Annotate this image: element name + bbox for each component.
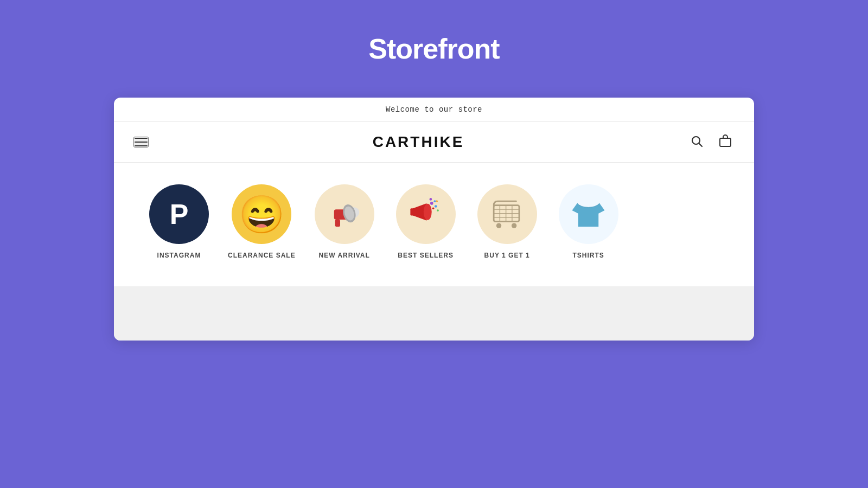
svg-rect-2 (720, 138, 731, 146)
page-title: Storefront (368, 33, 499, 65)
category-buy1get1[interactable]: BUY 1 GET 1 (475, 184, 540, 259)
navbar: CARTHIKE (114, 122, 754, 163)
categories-row: P INSTAGRAM 😄 CLEARANCE SALE (146, 184, 722, 259)
storefront-container: Welcome to our store CARTHIKE (114, 98, 754, 341)
welcome-bar: Welcome to our store (114, 98, 754, 122)
bag-button[interactable] (716, 132, 735, 152)
svg-rect-5 (335, 219, 340, 226)
svg-point-16 (436, 200, 438, 202)
hamburger-line-3 (135, 145, 148, 146)
category-label-clearance: CLEARANCE SALE (228, 252, 296, 259)
category-best-sellers[interactable]: BEST SELLERS (393, 184, 458, 259)
category-icon-tshirts (559, 184, 618, 244)
shopping-cart-icon (487, 194, 527, 235)
hamburger-line-1 (135, 138, 148, 139)
category-label-new-arrival: NEW ARRIVAL (319, 252, 370, 259)
tshirt-icon (568, 194, 609, 235)
svg-point-26 (512, 223, 516, 228)
search-button[interactable] (688, 132, 705, 152)
svg-point-13 (434, 200, 436, 202)
category-icon-clearance: 😄 (232, 184, 291, 244)
svg-point-10 (424, 203, 432, 220)
megaphone-icon (324, 194, 365, 235)
category-new-arrival[interactable]: NEW ARRIVAL (312, 184, 377, 259)
nav-icons (688, 132, 735, 152)
svg-point-12 (435, 205, 437, 208)
category-label-buy1get1: BUY 1 GET 1 (484, 252, 530, 259)
category-icon-best-sellers (396, 184, 456, 244)
svg-point-11 (430, 202, 433, 205)
category-label-best-sellers: BEST SELLERS (398, 252, 454, 259)
category-instagram[interactable]: P INSTAGRAM (146, 184, 212, 259)
instagram-p-letter: P (170, 198, 189, 230)
svg-rect-9 (411, 208, 415, 215)
category-label-instagram: INSTAGRAM (157, 252, 201, 259)
categories-section: P INSTAGRAM 😄 CLEARANCE SALE (114, 163, 754, 286)
category-tshirts[interactable]: TSHIRTS (556, 184, 621, 259)
hamburger-menu-button[interactable] (133, 137, 149, 147)
category-icon-buy1get1 (477, 184, 537, 244)
confetti-megaphone-icon (405, 194, 446, 235)
svg-point-25 (496, 223, 501, 228)
category-label-tshirts: TSHIRTS (573, 252, 604, 259)
category-icon-new-arrival (315, 184, 374, 244)
svg-point-14 (430, 198, 432, 201)
hamburger-line-2 (135, 142, 148, 143)
category-icon-instagram: P (149, 184, 209, 244)
svg-point-15 (437, 209, 439, 211)
footer-area (114, 286, 754, 341)
brand-name: CARTHIKE (373, 133, 464, 151)
category-clearance-sale[interactable]: 😄 CLEARANCE SALE (228, 184, 296, 259)
bag-icon (718, 134, 732, 148)
svg-line-1 (699, 144, 702, 147)
svg-point-17 (432, 207, 435, 209)
search-icon (690, 134, 703, 147)
